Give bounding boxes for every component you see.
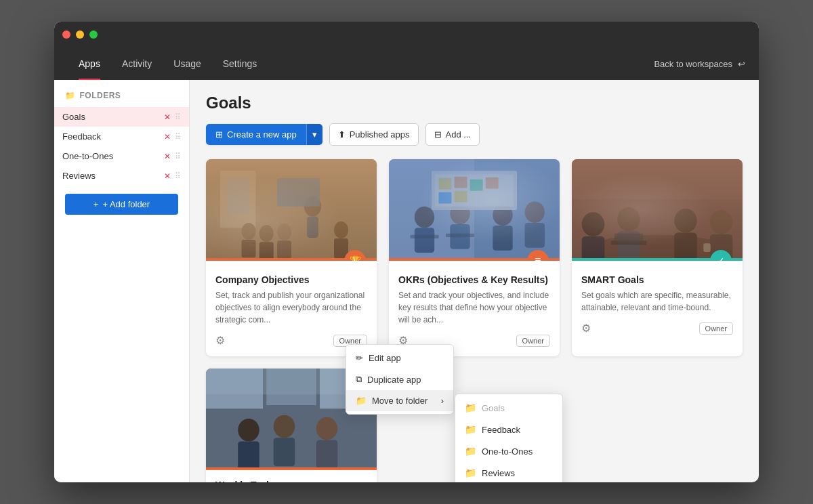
folders-icon: 📁 (65, 91, 76, 100)
folder-feedback-icon: 📁 (465, 424, 476, 435)
submenu-feedback[interactable]: 📁 Feedback (455, 419, 562, 440)
drag-feedback-icon[interactable]: ⠿ (175, 132, 181, 142)
published-apps-button[interactable]: ⬆ Published apps (329, 123, 419, 146)
remove-feedback-icon[interactable]: ✕ (164, 132, 171, 142)
maximize-button[interactable] (89, 30, 98, 39)
drag-onetoones-icon[interactable]: ⠿ (175, 152, 181, 161)
topnav: Apps Activity Usage Settings Back to wor… (54, 47, 759, 80)
context-edit-app[interactable]: ✏ Edit app (346, 348, 453, 369)
app-title-smart-goals: SMART Goals (581, 274, 733, 285)
folders-header: 📁 Folders (54, 91, 189, 107)
create-app-dropdown-button[interactable]: ▾ (306, 124, 322, 145)
svg-point-20 (450, 203, 470, 225)
app-image-company-objectives: 🏆 (206, 159, 377, 261)
sidebar-item-reviews[interactable]: Reviews ✕ ⠿ (54, 166, 189, 186)
svg-point-18 (415, 207, 434, 228)
plus-square-icon: ⊞ (215, 129, 223, 140)
chevron-down-icon: ▾ (312, 129, 317, 140)
svg-rect-31 (455, 177, 467, 188)
svg-point-43 (674, 209, 697, 233)
svg-rect-57 (316, 440, 338, 468)
svg-rect-33 (486, 177, 499, 189)
folder-reviews-icon: 📁 (465, 467, 476, 478)
nav-item-activity[interactable]: Activity (111, 47, 163, 80)
remove-onetoones-icon[interactable]: ✕ (164, 152, 171, 161)
close-button[interactable] (62, 30, 70, 39)
svg-rect-44 (674, 233, 697, 260)
settings-gear-company-objectives[interactable]: ⚙ (215, 334, 225, 347)
svg-rect-2 (220, 171, 256, 228)
svg-rect-55 (274, 438, 295, 466)
back-icon: ↩ (738, 59, 745, 69)
nav-item-settings[interactable]: Settings (212, 47, 268, 80)
svg-point-8 (259, 225, 274, 242)
svg-rect-12 (259, 242, 274, 259)
svg-rect-26 (411, 235, 439, 238)
svg-rect-15 (389, 159, 560, 261)
minimize-button[interactable] (76, 30, 84, 39)
drag-reviews-icon[interactable]: ⠿ (175, 171, 181, 181)
submenu: 📁 Goals 📁 Feedback 📁 One-to-Ones 📁 Revie… (455, 394, 563, 482)
svg-rect-59 (266, 369, 316, 405)
svg-point-10 (334, 222, 348, 238)
svg-point-41 (617, 207, 640, 232)
submenu-reviews[interactable]: 📁 Reviews (455, 462, 562, 482)
sidebar-item-goals[interactable]: Goals ✕ ⠿ (54, 107, 189, 127)
app-desc-okrs: Set and track your objectives, and inclu… (398, 289, 550, 326)
svg-point-56 (316, 417, 338, 440)
owner-badge-okrs: Owner (516, 335, 550, 347)
card-footer-smart-goals: ⚙ Owner (581, 322, 733, 335)
svg-rect-35 (455, 191, 467, 203)
svg-rect-25 (525, 223, 545, 248)
toolbar: ⊞ Create a new app ▾ ⬆ Published apps ⊟ … (206, 123, 743, 146)
context-menu: ✏ Edit app ⧉ Duplicate app 📁 Move to fol… (346, 344, 454, 415)
context-duplicate-app[interactable]: ⧉ Duplicate app (346, 369, 453, 390)
add-button[interactable]: ⊟ Add ... (425, 123, 480, 146)
create-app-button[interactable]: ⊞ Create a new app (206, 124, 306, 145)
svg-rect-1 (206, 159, 377, 261)
page-title: Goals (206, 93, 743, 112)
svg-rect-19 (415, 228, 434, 253)
create-app-button-group: ⊞ Create a new app ▾ (206, 124, 322, 145)
nav-item-usage[interactable]: Usage (163, 47, 211, 80)
submenu-one-to-ones[interactable]: 📁 One-to-Ones (455, 440, 562, 462)
publish-icon: ⬆ (338, 129, 346, 140)
folder-move-icon: 📁 (356, 396, 367, 406)
badge-company-objectives: 🏆 (344, 250, 366, 261)
submenu-goals[interactable]: 📁 Goals (455, 397, 562, 419)
nav-items: Apps Activity Usage Settings (68, 47, 268, 80)
svg-point-38 (586, 235, 728, 261)
svg-rect-11 (242, 240, 256, 257)
context-move-to-folder[interactable]: 📁 Move to folder › (346, 390, 453, 411)
folder-onetoones-icon: 📁 (465, 446, 476, 457)
app-card-smart-goals[interactable]: ✓ SMART Goals Set goals which are specif… (572, 159, 743, 356)
svg-rect-28 (432, 171, 517, 210)
sidebar-item-feedback[interactable]: Feedback ✕ ⠿ (54, 127, 189, 146)
app-desc-smart-goals: Set goals which are specific, measurable… (581, 289, 733, 314)
svg-rect-16 (389, 159, 474, 261)
svg-rect-23 (493, 226, 512, 251)
remove-goals-icon[interactable]: ✕ (164, 112, 171, 122)
drag-goals-icon[interactable]: ⠿ (175, 112, 181, 122)
add-folder-button[interactable]: + + Add folder (65, 194, 178, 215)
content-area: Goals ⊞ Create a new app ▾ ⬆ Published a… (190, 80, 759, 482)
svg-rect-3 (228, 178, 249, 214)
app-desc-company-objectives: Set, track and publish your organization… (215, 289, 367, 326)
app-card-company-objectives[interactable]: 🏆 Company Objectives Set, track and publ… (206, 159, 377, 356)
titlebar (54, 22, 759, 47)
svg-rect-48 (614, 234, 643, 241)
nav-item-apps[interactable]: Apps (68, 47, 111, 80)
svg-rect-58 (206, 369, 263, 408)
sidebar-item-one-to-ones[interactable]: One-to-Ones ✕ ⠿ (54, 146, 189, 166)
svg-rect-47 (611, 240, 647, 245)
remove-reviews-icon[interactable]: ✕ (164, 171, 171, 181)
app-card-okrs[interactable]: ≡ OKRs (Objectives & Key Results) Set an… (389, 159, 560, 356)
add-icon: ⊟ (434, 129, 442, 140)
svg-point-9 (277, 224, 291, 240)
back-to-workspaces-button[interactable]: Back to workspaces ↩ (654, 59, 745, 69)
card-bar-weekly-tasks (206, 467, 377, 470)
settings-gear-smart-goals[interactable]: ⚙ (581, 322, 591, 335)
svg-rect-21 (450, 224, 470, 249)
badge-okrs: ≡ (527, 250, 549, 261)
svg-rect-32 (470, 180, 483, 191)
